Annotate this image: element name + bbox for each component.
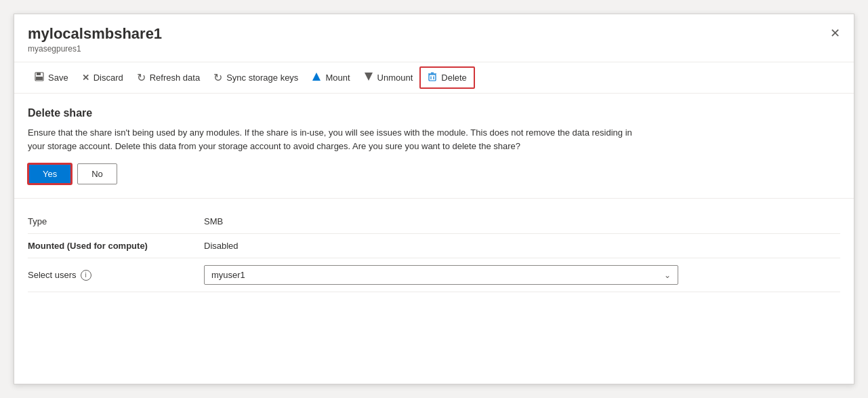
discard-icon: ✕ <box>82 73 89 83</box>
panel-title: mylocalsmbshare1 <box>28 25 840 43</box>
save-icon <box>35 72 44 83</box>
content: Delete share Ensure that the share isn't… <box>14 94 854 292</box>
form-section: Type SMB Mounted (Used for compute) Disa… <box>28 199 840 292</box>
unmount-label: Unmount <box>377 73 413 83</box>
panel: mylocalsmbshare1 myasegpures1 ✕ Save ✕ D… <box>14 14 854 384</box>
select-users-label: Select users i <box>28 270 204 281</box>
svg-rect-5 <box>429 75 436 81</box>
type-row: Type SMB <box>28 210 840 234</box>
action-buttons: Yes No <box>28 163 840 184</box>
delete-share-title: Delete share <box>28 107 840 119</box>
delete-icon <box>428 72 437 83</box>
mounted-label: Mounted (Used for compute) <box>28 241 204 251</box>
mount-label: Mount <box>325 73 350 83</box>
mount-button[interactable]: Mount <box>305 68 356 87</box>
discard-label: Discard <box>94 73 123 83</box>
sync-label: Sync storage keys <box>226 73 298 83</box>
no-button[interactable]: No <box>77 163 117 184</box>
save-label: Save <box>48 73 68 83</box>
select-users-row: Select users i myuser1 ⌄ <box>28 258 840 292</box>
save-button[interactable]: Save <box>28 68 75 87</box>
panel-subtitle: myasegpures1 <box>28 44 840 54</box>
svg-rect-1 <box>37 73 41 75</box>
mount-icon <box>312 72 321 83</box>
svg-marker-3 <box>312 73 321 81</box>
refresh-label: Refresh data <box>150 73 200 83</box>
refresh-icon: ↻ <box>137 71 146 84</box>
close-icon: ✕ <box>830 26 840 41</box>
chevron-down-icon: ⌄ <box>664 271 671 280</box>
svg-marker-4 <box>365 73 373 81</box>
delete-share-description: Ensure that the share isn't being used b… <box>28 126 638 153</box>
unmount-button[interactable]: Unmount <box>357 68 420 87</box>
unmount-icon <box>364 72 373 83</box>
select-users-dropdown[interactable]: myuser1 ⌄ <box>204 265 678 285</box>
delete-button[interactable]: Delete <box>419 66 475 89</box>
yes-button[interactable]: Yes <box>28 163 72 184</box>
panel-header: mylocalsmbshare1 myasegpures1 ✕ <box>14 14 854 62</box>
toolbar: Save ✕ Discard ↻ Refresh data ↻ Sync sto… <box>14 62 854 94</box>
mounted-value: Disabled <box>204 241 239 251</box>
discard-button[interactable]: ✕ Discard <box>75 68 130 87</box>
sync-button[interactable]: ↻ Sync storage keys <box>207 67 305 88</box>
sync-icon: ↻ <box>213 71 222 84</box>
delete-share-section: Delete share Ensure that the share isn't… <box>28 107 840 184</box>
select-users-value: myuser1 <box>211 270 245 280</box>
info-icon[interactable]: i <box>81 270 91 281</box>
type-label: Type <box>28 216 204 226</box>
close-button[interactable]: ✕ <box>824 22 846 44</box>
type-value: SMB <box>204 216 223 226</box>
mounted-row: Mounted (Used for compute) Disabled <box>28 234 840 258</box>
svg-rect-2 <box>36 77 43 80</box>
delete-label: Delete <box>441 73 467 83</box>
refresh-button[interactable]: ↻ Refresh data <box>130 67 207 88</box>
